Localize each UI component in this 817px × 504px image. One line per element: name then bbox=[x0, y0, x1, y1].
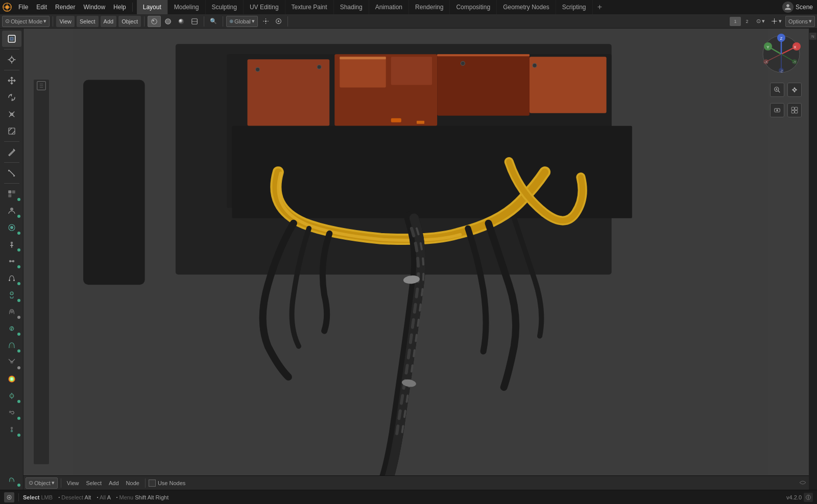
object-menu-btn[interactable]: Object bbox=[118, 16, 141, 27]
tool-add-7[interactable] bbox=[2, 287, 21, 303]
tool-add-13[interactable] bbox=[2, 405, 21, 421]
options-label: Options bbox=[788, 18, 808, 24]
viewport-shading-material[interactable] bbox=[162, 16, 174, 27]
proportional-edit[interactable] bbox=[273, 16, 284, 27]
svg-point-116 bbox=[808, 495, 809, 496]
tool-add-1[interactable] bbox=[2, 186, 21, 202]
viewport-toggle-x-ray[interactable] bbox=[188, 16, 201, 27]
svg-rect-68 bbox=[232, 126, 632, 218]
svg-point-13 bbox=[774, 20, 775, 22]
menu-edit[interactable]: Edit bbox=[32, 0, 51, 14]
node-mode-dropdown[interactable]: ⊙ Object ▾ bbox=[26, 477, 58, 489]
status-right: v4.2.0 bbox=[786, 493, 813, 502]
zoom-tool-btn[interactable] bbox=[770, 83, 784, 97]
left-toolbar bbox=[0, 29, 23, 490]
view-layer-btn-2[interactable]: 2 bbox=[741, 17, 753, 26]
node-view-btn[interactable]: View bbox=[64, 477, 82, 489]
tool-add-12[interactable] bbox=[2, 388, 21, 404]
snap-toggle[interactable] bbox=[260, 16, 272, 27]
toolbar-sep-4 bbox=[223, 16, 223, 27]
svg-point-42 bbox=[10, 310, 13, 313]
workspace-texture-paint[interactable]: Texture Paint bbox=[285, 0, 334, 14]
workspace-compositing[interactable]: Compositing bbox=[450, 0, 497, 14]
engine-selector bbox=[4, 492, 14, 502]
viewport-shading-rendered[interactable] bbox=[175, 16, 187, 27]
options-chevron: ▾ bbox=[809, 18, 812, 24]
svg-rect-111 bbox=[795, 111, 798, 113]
tool-add-9[interactable] bbox=[2, 320, 21, 337]
node-node-btn[interactable]: Node bbox=[124, 477, 142, 489]
view-layer-btn-1[interactable]: 1 bbox=[730, 17, 741, 26]
tool-measure[interactable] bbox=[2, 165, 21, 181]
workspace-shading[interactable]: Shading bbox=[334, 0, 369, 14]
dropdown-chevron: ▾ bbox=[43, 18, 46, 24]
tool-color-wheel[interactable] bbox=[2, 371, 21, 387]
viewport-shading-solid[interactable] bbox=[148, 16, 161, 27]
select-menu-btn[interactable]: Select bbox=[77, 16, 99, 27]
object-mode-label: Object Mode bbox=[11, 18, 42, 24]
tool-move[interactable] bbox=[2, 72, 21, 89]
tool-add-11[interactable] bbox=[2, 354, 21, 370]
workspace-layout[interactable]: Layout bbox=[137, 0, 168, 14]
view-menu-btn[interactable]: View bbox=[56, 16, 75, 27]
tool-add-15[interactable] bbox=[2, 471, 21, 488]
transform-gizmo-overlay bbox=[34, 80, 49, 464]
tool-add-4[interactable] bbox=[2, 236, 21, 253]
tool-scale[interactable] bbox=[2, 106, 21, 122]
workspace-sculpting[interactable]: Sculpting bbox=[206, 0, 244, 14]
tool-cursor[interactable] bbox=[2, 52, 21, 68]
node-select-btn[interactable]: Select bbox=[83, 477, 104, 489]
node-add-btn[interactable]: Add bbox=[106, 477, 122, 489]
filter-button[interactable]: 🔍 bbox=[207, 16, 220, 27]
workspace-scripting[interactable]: Scripting bbox=[556, 0, 593, 14]
tool-transform[interactable] bbox=[2, 123, 21, 139]
navigation-gizmo[interactable]: X Y Z -X -Y -Z bbox=[761, 34, 802, 117]
blender-logo bbox=[0, 0, 14, 14]
svg-rect-15 bbox=[10, 37, 13, 40]
tool-rotate[interactable] bbox=[2, 89, 21, 106]
workspace-tabs: Layout Modeling Sculpting UV Editing Tex… bbox=[137, 0, 593, 14]
menu-render[interactable]: Render bbox=[51, 0, 79, 14]
object-mode-dropdown[interactable]: ⊙ Object Mode ▾ bbox=[2, 16, 50, 27]
use-nodes-checkbox[interactable] bbox=[149, 480, 156, 487]
workspace-modeling[interactable]: Modeling bbox=[168, 0, 206, 14]
menu-help[interactable]: Help bbox=[109, 0, 130, 14]
tool-add-3[interactable] bbox=[2, 219, 21, 236]
user-account-button[interactable] bbox=[782, 2, 794, 13]
workspace-uv-editing[interactable]: UV Editing bbox=[244, 0, 285, 14]
engine-icon[interactable] bbox=[4, 492, 14, 502]
overlay-toggle[interactable]: ⊙ ▾ bbox=[754, 16, 767, 27]
add-menu-btn[interactable]: Add bbox=[101, 16, 117, 27]
tool-add-14[interactable] bbox=[2, 421, 21, 438]
transform-orientation-dropdown[interactable]: ⊕ Global ▾ bbox=[226, 16, 258, 27]
pan-tool-btn[interactable] bbox=[787, 83, 802, 97]
workspace-geometry-nodes[interactable]: Geometry Nodes bbox=[497, 0, 556, 14]
viewport[interactable]: X Y Z -X -Y -Z bbox=[23, 29, 817, 490]
svg-point-10 bbox=[265, 20, 267, 22]
menu-file[interactable]: File bbox=[14, 0, 32, 14]
nav-sphere-gizmo[interactable]: X Y Z -X -Y -Z bbox=[761, 34, 802, 74]
tool-annotate[interactable] bbox=[2, 144, 21, 160]
strip-btn-1[interactable]: N bbox=[809, 33, 816, 40]
add-workspace-button[interactable]: + bbox=[593, 0, 607, 14]
info-button[interactable] bbox=[804, 493, 813, 502]
tool-add-5[interactable] bbox=[2, 253, 21, 269]
svg-point-12 bbox=[278, 20, 279, 22]
menu-window[interactable]: Window bbox=[79, 0, 109, 14]
tool-add-10[interactable] bbox=[2, 337, 21, 354]
top-menubar: File Edit Render Window Help Layout Mode… bbox=[0, 0, 817, 14]
tool-add-6[interactable] bbox=[2, 270, 21, 286]
options-dropdown[interactable]: Options ▾ bbox=[785, 16, 815, 27]
use-nodes-container: Use Nodes bbox=[149, 480, 185, 487]
view-grid-btn[interactable] bbox=[787, 103, 802, 117]
tool-select[interactable] bbox=[2, 31, 21, 47]
workspace-rendering[interactable]: Rendering bbox=[409, 0, 450, 14]
tool-add-2[interactable] bbox=[2, 203, 21, 219]
status-select-hint: Select LMB · Deselect Alt · All A · Menu… bbox=[23, 494, 169, 500]
workspace-animation[interactable]: Animation bbox=[369, 0, 409, 14]
orbit-camera-btn[interactable] bbox=[770, 103, 784, 117]
gizmo-toggle[interactable]: ▾ bbox=[768, 16, 784, 27]
toolbar-sep-2 bbox=[144, 16, 145, 27]
svg-point-40 bbox=[13, 280, 15, 281]
tool-add-8[interactable] bbox=[2, 304, 21, 320]
